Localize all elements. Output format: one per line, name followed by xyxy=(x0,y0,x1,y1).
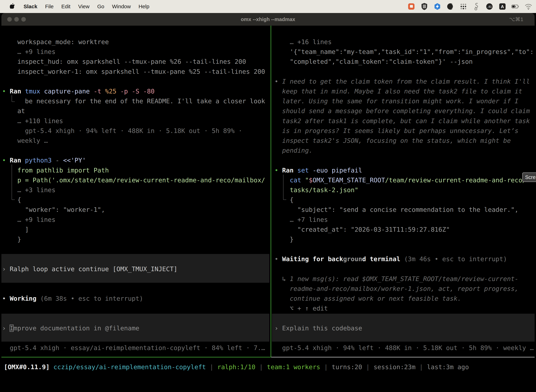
terminal-line: } xyxy=(1,234,271,244)
menu-item-view[interactable]: View xyxy=(78,4,89,9)
crescent-circle-icon[interactable] xyxy=(446,2,455,10)
input-source-a-icon[interactable]: A xyxy=(498,2,507,10)
terminal-line: pending. xyxy=(273,146,535,155)
terminal-line: gpt-5.4 xhigh · 94% left · 488K in · 5.1… xyxy=(273,343,535,353)
bolt-hex-icon[interactable] xyxy=(433,2,441,10)
dots-grid-icon[interactable] xyxy=(459,2,467,10)
svg-text:..61: ..61 xyxy=(487,5,492,8)
terminal-line: inspect task2's JSON, focusing on the st… xyxy=(273,136,535,146)
menu-item-file[interactable]: File xyxy=(45,4,53,9)
terminal-line: › Improve documentation in @filename xyxy=(1,323,271,333)
terminal-line: ↳ 1 new msg(s): read $OMX_TEAM_STATE_ROO… xyxy=(273,274,535,284)
terminal-line: "completed","claim_token":"claim-token"}… xyxy=(273,57,535,67)
terminal-line: … +7 lines xyxy=(273,215,535,225)
apple-menu-icon[interactable] xyxy=(10,3,16,10)
terminal-line: • Ran tmux capture-pane -t %25 -p -S -80 xyxy=(1,86,271,96)
terminal-line: "created_at": "2026-03-31T11:59:27.816Z" xyxy=(273,225,535,234)
terminal-line: from pathlib import Path xyxy=(1,165,271,175)
terminal-line: readme-and-reco/mailbox/worker-1.json, a… xyxy=(273,284,535,294)
wifi-icon[interactable] xyxy=(524,2,532,10)
terminal-line: at xyxy=(1,106,271,116)
terminal-line: tasks/task-2.json" xyxy=(273,185,535,195)
terminal-line: • Ran set -euo pipefail xyxy=(273,165,535,175)
menu-item-window[interactable]: Window xyxy=(112,4,131,9)
terminal-line: • Working (6m 38s • esc to interrupt) xyxy=(1,294,271,303)
record-indicator-icon[interactable] xyxy=(407,2,415,10)
window-shortcut-hint: ⌥⌘1 xyxy=(509,13,523,26)
terminal-window: omx --xhigh --madmax ⌥⌘1 workspace_mode:… xyxy=(1,13,535,392)
pane-divider[interactable] xyxy=(271,26,271,357)
left-terminal-pane[interactable]: workspace_mode: worktree … +9 lines insp… xyxy=(1,26,271,357)
terminal-line: inspect_worker-1: omx sparkshell --tmux-… xyxy=(1,67,271,77)
terminal-line: … +16 lines xyxy=(273,37,535,47)
menu-item-edit[interactable]: Edit xyxy=(61,4,71,9)
svg-text:A: A xyxy=(501,4,504,9)
menu-item-help[interactable]: Help xyxy=(139,4,149,9)
terminal-line: • I need to get the claim token from the… xyxy=(273,77,535,86)
terminal-line: › Ralph loop active continue [OMX_TMUX_I… xyxy=(1,264,271,274)
terminal-line: cat "$OMX_TEAM_STATE_ROOT/team/review-cu… xyxy=(273,175,535,185)
terminal-line: task2 after task1 is complete, but can I… xyxy=(273,116,535,126)
terminal-line: ⌥ + ↑ edit xyxy=(273,303,535,313)
terminal-line: { xyxy=(1,195,271,205)
terminal-line: weekly … xyxy=(1,136,271,146)
badge-61-icon[interactable]: ..61 xyxy=(485,2,493,10)
terminal-line: "subject": "send a concise recommendatio… xyxy=(273,205,535,215)
password-shield-icon[interactable] xyxy=(420,2,428,10)
window-title-bar: omx --xhigh --madmax ⌥⌘1 xyxy=(1,13,535,26)
terminal-line: be necessary for the end of the README. … xyxy=(1,96,271,106)
terminal-line: } xyxy=(273,234,535,244)
terminal-line: is in progress? It seems likely but perh… xyxy=(273,126,535,136)
terminal-line: workspace_mode: worktree xyxy=(1,37,271,47)
terminal-line: continue assigned work or next feasible … xyxy=(273,294,535,303)
terminal-line: keep that in mind. Maybe I also need the… xyxy=(273,86,535,96)
terminal-content: workspace_mode: worktree … +9 lines insp… xyxy=(1,26,535,392)
menu-bar: Slack File Edit View Go Window Help ..61 xyxy=(0,0,536,13)
terminal-line: • Ran python3 - <<'PY' xyxy=(1,155,271,165)
right-terminal-pane[interactable]: … +16 lines '{"team_name":"my-team","tas… xyxy=(273,26,535,357)
terminal-line: gpt-5.4 xhigh · essay/ai-reimplementatio… xyxy=(1,343,271,353)
terminal-line: … +110 lines xyxy=(1,116,271,126)
terminal-line: p = Path('.omx/state/team/review-current… xyxy=(1,175,271,185)
terminal-line: › Explain this codebase xyxy=(273,323,535,333)
terminal-line: • Waiting for background terminal (3m 46… xyxy=(273,254,535,264)
terminal-line: ] xyxy=(1,225,271,234)
terminal-line: later. Using the same for transition mig… xyxy=(273,96,535,106)
window-title: omx --xhigh --madmax xyxy=(1,13,535,26)
screen-tooltip: Scre xyxy=(522,173,536,182)
terminal-line: '{"team_name":"my-team","task_id":"1","f… xyxy=(273,47,535,57)
terminal-line: should send a message before completing … xyxy=(273,106,535,116)
terminal-line: { xyxy=(273,195,535,205)
terminal-line: inspect_hud: omx sparkshell --tmux-pane … xyxy=(1,57,271,67)
menu-item-go[interactable]: Go xyxy=(97,4,104,9)
terminal-line: gpt-5.4 xhigh · 94% left · 488K in · 5.1… xyxy=(1,126,271,136)
terminal-line: … +9 lines xyxy=(1,215,271,225)
menu-item-app[interactable]: Slack xyxy=(24,4,37,9)
terminal-line: … +9 lines xyxy=(1,47,271,57)
battery-charging-icon[interactable] xyxy=(511,2,519,10)
right-pane-bottom-border xyxy=(271,357,535,357)
terminal-line: "worker": "worker-1", xyxy=(1,205,271,215)
terminal-line: … +3 lines xyxy=(1,185,271,195)
squiggle-icon[interactable] xyxy=(472,2,480,10)
omx-status-line: [OMX#0.11.9] cczip/essay/ai-reimplementa… xyxy=(4,362,469,372)
left-pane-bottom-border xyxy=(1,357,271,357)
